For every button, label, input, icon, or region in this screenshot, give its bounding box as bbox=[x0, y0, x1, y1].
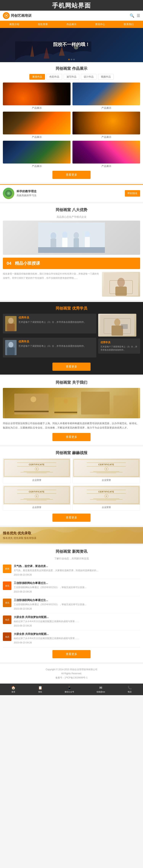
student-info-2: 优秀学员 艺术是每个了渴望美彩考上（3）分，并寻求各自喜爱的创创特作。 bbox=[19, 340, 86, 355]
award-img-1: CERTIFICATE ★ bbox=[3, 459, 70, 477]
product-item-4[interactable]: 产品展示 bbox=[72, 112, 140, 139]
product-label-2: 产品展示 bbox=[72, 106, 140, 110]
nav-intro[interactable]: 画室介绍 bbox=[0, 21, 29, 28]
news-desc-5: 由此记录了从今年4月11日起截至配图之前拥有的成绩与荣誉…… bbox=[14, 637, 79, 640]
bottom-nav-recruit[interactable]: 📋 招生 bbox=[38, 685, 43, 693]
student-tag-2: 优秀学员 bbox=[19, 340, 86, 343]
student-card-3: 优秀学员 艺术是每个了渴望美彩考上（3）分，并寻求各自喜爱的创创特作。 bbox=[98, 338, 140, 354]
news-icon-4: 动态 bbox=[3, 616, 11, 624]
wechat-icon: 📱 bbox=[67, 685, 72, 690]
news-item-3[interactable]: 资讯 工信部倡联网站办事通过注... 工信部倡联网站办事通过（2015年9月23… bbox=[3, 596, 140, 613]
hero-banner: 院校不一样的哦！ bbox=[0, 28, 143, 62]
svg-point-39 bbox=[64, 399, 68, 403]
mail-icon: ✉ bbox=[99, 685, 103, 690]
news-desc-4: 由此记录了从今年4月11日起截至配图之前拥有的成绩与荣誉…… bbox=[14, 620, 79, 623]
logo-text: 同创艺画培训 bbox=[11, 13, 31, 18]
product-item-3[interactable]: 产品展示 bbox=[3, 112, 71, 139]
bottom-nav-home[interactable]: 🏠 首页 bbox=[11, 685, 16, 693]
hero-text: 院校不一样的哦！ bbox=[53, 41, 90, 48]
works-section: 同创画室 作品展示 素描作品 色彩作品 速写作品 设计作品 视频作品 产品展示 … bbox=[0, 62, 143, 183]
recruit-label: 招生 bbox=[38, 691, 42, 693]
news-content-1: 天气热，选空调，要选优质... 天气热，最近最高温度高达30度的温度，大家都在选… bbox=[14, 564, 98, 577]
student-card-1: 优秀学员 艺术是每个了渴望美彩考上（3）分，并寻求各自喜爱的创创特作。 bbox=[3, 314, 96, 334]
news-date-3: 2015-09-23 09:26 bbox=[14, 607, 86, 611]
news-view-more[interactable]: 查看更多 bbox=[52, 650, 91, 658]
svg-rect-25 bbox=[7, 347, 15, 355]
bottom-nav-wechat[interactable]: 📱 微信公众号 bbox=[65, 685, 74, 693]
menu-icon[interactable]: ☰ bbox=[137, 13, 140, 18]
student-tag-3: 优秀学员 bbox=[100, 341, 138, 344]
svg-point-11 bbox=[74, 232, 79, 239]
students-title: 同创画室 优秀学员 bbox=[3, 306, 140, 311]
tab-sketch2[interactable]: 速写作品 bbox=[64, 74, 79, 80]
student-info-1: 优秀学员 艺术是每个了渴望美彩考上（3）分，并寻求各自喜爱的创创特作。 bbox=[19, 316, 86, 331]
class-suffix: 精品小班授课 bbox=[15, 261, 40, 266]
student-avatar-2 bbox=[5, 340, 17, 355]
award-card-3: CERTIFICATE ★ 企业荣誉 bbox=[3, 486, 71, 511]
award-img-2: CERTIFICATE ★ bbox=[73, 459, 140, 477]
icp: 备案号：沪ICP备13026699号-1 bbox=[3, 676, 140, 680]
students-right: 优秀学员 艺术是每个了渴望美彩考上（3）分，并寻求各自喜爱的创创特作。 bbox=[98, 314, 140, 360]
bottom-nav-mail[interactable]: ✉ 信箱@xxx bbox=[96, 685, 105, 693]
search-icon[interactable]: 🔍 bbox=[130, 13, 135, 18]
news-title-4: 大获全胜 共同创梦如何配图... bbox=[14, 616, 79, 619]
svg-point-5 bbox=[8, 193, 9, 194]
class-feature: 04 精品小班授课 bbox=[3, 258, 140, 269]
news-item-4[interactable]: 动态 大获全胜 共同创梦如何配图... 由此记录了从今年4月11日起截至配图之前… bbox=[3, 613, 140, 630]
svg-point-27 bbox=[114, 319, 120, 326]
tab-design[interactable]: 设计作品 bbox=[81, 74, 96, 80]
product-grid: 产品展示 产品展示 产品展示 产品展示 产品展示 产品展示 bbox=[3, 83, 140, 168]
tab-video[interactable]: 视频作品 bbox=[98, 74, 114, 80]
award-cert-title-1: CERTIFICATE bbox=[29, 463, 45, 466]
main-nav: 画室介绍 招生简章 作品展示 资讯中心 联系我们 bbox=[0, 21, 143, 28]
news-item-1[interactable]: 新闻 天气热，选空调，要选优质... 天气热，最近最高温度高达30度的温度，大家… bbox=[3, 562, 140, 579]
recommend-text: 报名优先 优先录取 报名优先 优先录取 报名有惊喜 bbox=[0, 527, 143, 544]
product-item-1[interactable]: 产品展示 bbox=[3, 83, 71, 110]
product-item-2[interactable]: 产品展示 bbox=[72, 83, 140, 110]
product-label-6: 产品展示 bbox=[72, 164, 140, 168]
recruit-icon: 📋 bbox=[38, 685, 43, 690]
product-label-4: 产品展示 bbox=[72, 135, 140, 139]
product-item-5[interactable]: 产品展示 bbox=[3, 141, 71, 168]
nav-works[interactable]: 作品展示 bbox=[57, 21, 86, 28]
nav-news[interactable]: 资讯中心 bbox=[86, 21, 114, 28]
adv-title: 同创画室 八大优势 bbox=[3, 207, 140, 212]
award-img-3: CERTIFICATE ★ bbox=[3, 486, 70, 505]
product-label-5: 产品展示 bbox=[3, 164, 71, 168]
home-label: 首页 bbox=[11, 691, 15, 693]
class-desc-left: 报名参照一家颇具经验的教培机构，我们为每位学生制定针对性培养计划，并推进每一门课… bbox=[3, 272, 99, 297]
news-date-2: 2015-09-23 09:26 bbox=[14, 590, 86, 594]
works-view-more[interactable]: 查看更多 bbox=[52, 171, 91, 179]
study-btn[interactable]: 即刻报名 bbox=[125, 190, 140, 196]
nav-recruit[interactable]: 招生简章 bbox=[29, 21, 57, 28]
page-title: 手机网站界面 bbox=[0, 2, 143, 10]
awards-view-more[interactable]: 查看更多 bbox=[52, 514, 91, 522]
awards-section: 同创画室 赫赫战报 CERTIFICATE ★ 企业荣誉 bbox=[0, 446, 143, 526]
students-left: 优秀学员 艺术是每个了渴望美彩考上（3）分，并寻求各自喜爱的创创特作。 优秀学员… bbox=[3, 314, 96, 360]
phone-label: 电话 bbox=[128, 691, 132, 693]
news-content-3: 工信部倡联网站办事通过注... 工信部倡联网站办事通过（2015年9月23日），… bbox=[14, 598, 86, 611]
news-icon-2: 资讯 bbox=[3, 582, 11, 590]
svg-point-17 bbox=[117, 278, 125, 287]
news-item-5[interactable]: 动态 大获全胜 共同创梦如何配图... 由此记录了从今年4月11日起截至配图之前… bbox=[3, 630, 140, 647]
award-cert-title-3: CERTIFICATE bbox=[29, 491, 45, 493]
nav-contact[interactable]: 联系我们 bbox=[114, 21, 143, 28]
news-item-2[interactable]: 资讯 工信部倡联网站办事通过注... 工信部倡联网站办事通过（2015年9月23… bbox=[3, 579, 140, 596]
top-header: 手机网站界面 bbox=[0, 0, 143, 11]
news-date-5: 2015-09-23 09:26 bbox=[14, 641, 79, 645]
students-layout: 优秀学员 艺术是每个了渴望美彩考上（3）分，并寻求各自喜爱的创创特作。 优秀学员… bbox=[3, 314, 140, 360]
award-label-4: 企业荣誉 bbox=[73, 506, 140, 509]
product-item-6[interactable]: 产品展示 bbox=[72, 141, 140, 168]
svg-point-21 bbox=[8, 318, 14, 324]
tab-color[interactable]: 色彩作品 bbox=[47, 74, 62, 80]
students-view-more[interactable]: 查看更多 bbox=[52, 363, 91, 371]
about-image bbox=[3, 388, 140, 418]
tab-sketch[interactable]: 素描作品 bbox=[29, 74, 45, 80]
student-img-top bbox=[98, 314, 136, 337]
about-view-more[interactable]: 查看更多 bbox=[52, 433, 91, 441]
news-icon-1: 新闻 bbox=[3, 564, 11, 573]
award-card-2: CERTIFICATE ★ 企业荣誉 bbox=[72, 458, 140, 484]
bottom-nav-phone[interactable]: 📞 电话 bbox=[127, 685, 132, 693]
svg-point-9 bbox=[62, 231, 68, 238]
svg-point-13 bbox=[85, 231, 90, 237]
